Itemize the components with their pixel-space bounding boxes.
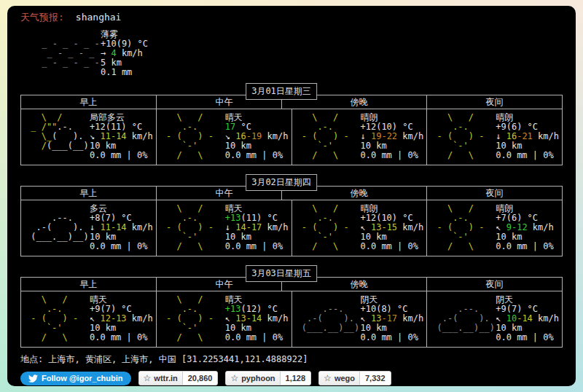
date-box: 3月01日星期三 [246, 83, 317, 100]
column-header: 夜间 [427, 187, 562, 200]
precipitation-text: 0.0 mm | 0% [90, 242, 153, 251]
date-box-connector [281, 281, 282, 291]
precipitation-text: 0.0 mm | 0% [361, 151, 424, 160]
report-label: 天气预报: [20, 12, 64, 23]
day-table: 3月01日星期三早上中午傍晚夜间 \ / _ /"".-. \_( ). /(_… [20, 95, 563, 165]
badge-count: 7,332 [360, 372, 391, 385]
day-table: 3月02日星期四早上中午傍晚夜间 .--. .-( ). (___.__)__)… [20, 186, 563, 256]
precipitation-text: 0.0 mm | 0% [225, 333, 289, 342]
weather-art-mist: _ - _ - _ - _ - _ - _ _ - _ - _ - [36, 30, 96, 77]
weather-art-cloudy: .--. .-( ). (___.__)__) [26, 204, 85, 251]
location-line: 地点: 上海市, 黄浦区, 上海市, 中国 [31.2253441,121.48… [20, 355, 563, 364]
weather-art-sunny: \ / .-. - ( ) - `-' / \ [431, 113, 491, 160]
terminal-window: 天气预报:shanghai _ - _ - _ - _ - _ - _ _ - … [7, 6, 576, 386]
forecast-cell: \ / .-. - ( ) - `-' / \晴天+13(11) °C↓ 14-… [157, 200, 292, 256]
github-badge-wego[interactable]: ☆wego 7,332 [318, 371, 391, 385]
forecast-cell: .--. .-( ). (___.__)__) 阴天+9(7) °C↖ 10-1… [427, 291, 562, 347]
star-icon: ☆ [144, 375, 152, 383]
column-header: 夜间 [427, 95, 562, 109]
column-header: 早上 [21, 187, 157, 200]
weather-art-overcast: .--. .-( ). (___.__)__) [431, 295, 491, 342]
weather-art-sunny: \ / .-. - ( ) - `-' / \ [161, 295, 221, 342]
weather-art-sunny: \ / .-. - ( ) - `-' / \ [26, 295, 85, 342]
twitter-follow-button[interactable]: Follow @igor_chubin [20, 372, 131, 385]
day-body-row: \ / _ /"".-. \_( ). /(___(__) 局部多云+12(11… [21, 109, 562, 165]
column-header: 夜间 [427, 278, 562, 291]
report-header: 天气预报:shanghai [20, 12, 563, 23]
forecast-cell: \ / .-. - ( ) - `-' / \晴天17 °C↘ 16-19 km… [157, 109, 292, 165]
forecast-cell: \ / .-. - ( ) - `-' / \晴天+13(12) °C↖ 13-… [157, 291, 292, 347]
weather-art-overcast: .--. .-( ). (___.__)__) [297, 295, 356, 342]
precipitation-text: 0.0 mm | 0% [225, 151, 289, 160]
precipitation-text: 0.0 mm | 0% [496, 333, 559, 342]
precipitation-text: 0.0 mm | 0% [90, 151, 153, 160]
precipitation-text: 0.0 mm | 0% [496, 151, 559, 160]
precipitation-text: 0.0 mm | 0% [225, 242, 289, 251]
github-badge-pyphoon[interactable]: ☆pyphoon 1,128 [225, 371, 311, 385]
star-icon: ☆ [324, 375, 332, 383]
forecast-cell: \ / .-. - ( ) - `-' / \晴朗+7(6) °C↖ 9-12 … [427, 200, 562, 256]
badge-count: 20,860 [183, 372, 218, 385]
star-icon: ☆ [230, 375, 238, 383]
badge-count: 1,128 [281, 372, 311, 385]
precipitation-text: 0.0 mm | 0% [361, 333, 424, 342]
badge-label: wttr.in [154, 374, 177, 383]
current-conditions: _ - _ - _ - _ - _ - _ _ - _ - _ - 薄雾+10(… [36, 30, 563, 77]
forecast-cell: \ / _ /"".-. \_( ). /(___(__) 局部多云+12(11… [21, 109, 157, 165]
footer-bar: Follow @igor_chubin ☆wttr.in 20,860 ☆pyp… [20, 371, 563, 385]
twitter-follow-label: Follow @igor_chubin [42, 374, 123, 383]
page-background: 天气预报:shanghai _ - _ - _ - _ - _ - _ _ - … [0, 0, 583, 392]
day-table: 3月03日星期五早上中午傍晚夜间 \ / .-. - ( ) - `-' / \… [20, 277, 563, 348]
day-body-row: .--. .-( ). (___.__)__) 多云+8(7) °C↓ 11-1… [21, 200, 562, 256]
twitter-bird-icon [28, 374, 38, 383]
forecast-cell: \ / .-. - ( ) - `-' / \晴朗+12(10) °C↓ 19-… [292, 109, 428, 165]
weather-art-partly_cloudy: \ / _ /"".-. \_( ). /(___(__) [26, 113, 85, 160]
precipitation-text: 0.0 mm | 0% [361, 242, 424, 251]
badge-label: wego [334, 374, 355, 383]
weather-art-sunny: \ / .-. - ( ) - `-' / \ [161, 204, 221, 251]
column-header: 早上 [21, 95, 157, 109]
weather-art-sunny: \ / .-. - ( ) - `-' / \ [161, 113, 221, 160]
forecast-days: 3月01日星期三早上中午傍晚夜间 \ / _ /"".-. \_( ). /(_… [20, 95, 563, 348]
forecast-cell: \ / .-. - ( ) - `-' / \晴朗+12(10) °C↖ 13-… [292, 200, 428, 256]
column-header: 早上 [21, 278, 157, 291]
date-box-connector [281, 189, 282, 200]
forecast-cell: .--. .-( ). (___.__)__) 多云+8(7) °C↓ 11-1… [21, 200, 157, 256]
location-query: shanghai [76, 12, 122, 23]
badge-label: pyphoon [241, 374, 275, 383]
forecast-cell: \ / .-. - ( ) - `-' / \晴天+9(7) °C↖ 12-13… [21, 291, 157, 347]
date-box: 3月02日星期四 [246, 174, 317, 191]
precipitation-text: 0.0 mm | 0% [90, 333, 153, 342]
date-box: 3月03日星期五 [246, 265, 317, 282]
precipitation-text: 0.0 mm | 0% [496, 242, 553, 251]
date-box-connector [281, 98, 282, 109]
forecast-cell: \ / .-. - ( ) - `-' / \晴朗+9(6) °C↓ 16-21… [427, 109, 562, 165]
github-badge-wttrin[interactable]: ☆wttr.in 20,860 [138, 371, 219, 385]
day-body-row: \ / .-. - ( ) - `-' / \晴天+9(7) °C↖ 12-13… [21, 291, 562, 347]
weather-art-sunny: \ / .-. - ( ) - `-' / \ [297, 204, 356, 251]
weather-art-sunny: \ / .-. - ( ) - `-' / \ [297, 113, 356, 160]
forecast-cell: .--. .-( ). (___.__)__) 阴天+10(8) °C↖ 13-… [292, 291, 428, 347]
precipitation-text: 0.1 mm [101, 68, 148, 77]
weather-art-sunny: \ / .-. - ( ) - `-' / \ [431, 204, 491, 251]
